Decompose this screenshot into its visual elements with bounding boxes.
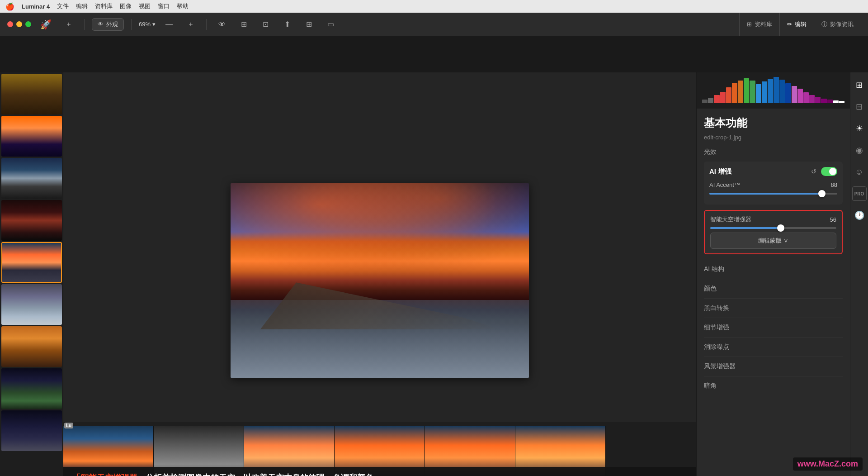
app-name: Luminar 4 — [22, 3, 50, 10]
compare-icon[interactable]: ⊞ — [236, 18, 252, 31]
eye-icon: 👁 — [98, 21, 104, 28]
canvas-area: edit-crop-1.jpg ○ ♡ ✕ ★ ★ ★ ★ ★ 🗑 「智能天空增… — [63, 72, 696, 476]
menu-window[interactable]: 窗口 — [158, 2, 170, 10]
edit-tab[interactable]: ✏ 编辑 — [779, 13, 814, 36]
ai-enhance-title: AI 增强 — [709, 167, 731, 176]
palette-icon[interactable]: ◉ — [852, 143, 867, 157]
zoom-out-button[interactable]: — — [161, 18, 177, 31]
watermark: www.MacZ.com — [793, 457, 863, 471]
hist-bar-1 — [708, 98, 713, 103]
watermark-prefix: www. — [797, 459, 818, 468]
zoom-value: 69% — [139, 21, 151, 28]
watermark-brand: MacZ — [818, 459, 839, 468]
sky-slider-row: 智能天空增强器 56 — [710, 215, 836, 224]
histogram-bars — [702, 76, 844, 103]
zoom-in-button[interactable]: + — [183, 18, 199, 31]
sky-label: 智能天空增强器 — [710, 215, 823, 224]
add-button[interactable]: + — [61, 18, 77, 31]
reset-icon[interactable]: ↺ — [811, 168, 816, 175]
clock-icon[interactable]: 🕐 — [852, 208, 867, 223]
crop-icon[interactable]: ⊡ — [257, 18, 274, 31]
filmstrip-item-5[interactable] — [1, 284, 62, 325]
filmstrip-item-7[interactable] — [1, 368, 62, 409]
photo-sky-overlay — [231, 183, 529, 290]
tooltip-banner: 「智能天空增强器」 分析并检测图像中的天空，以改善天空本身的纹理、色调和颜色 — [63, 467, 696, 476]
accent-label: AI Accent™ — [709, 181, 820, 188]
filmstrip-item-8[interactable] — [1, 410, 62, 451]
toolbar-divider-1 — [84, 19, 85, 30]
sky-slider-track[interactable] — [710, 227, 836, 229]
bw-section[interactable]: 黑白转换 — [704, 299, 843, 318]
filmstrip-item-6[interactable] — [1, 326, 62, 367]
maximize-button[interactable] — [25, 21, 31, 27]
main-photo[interactable] — [231, 183, 529, 378]
accent-slider-thumb[interactable] — [818, 190, 826, 197]
menu-library[interactable]: 资料库 — [95, 2, 113, 10]
accent-slider-track[interactable] — [709, 193, 837, 195]
detail-section[interactable]: 细节增强 — [704, 318, 843, 338]
zoom-controls: 69% ▾ — [139, 21, 156, 28]
menu-file[interactable]: 文件 — [57, 2, 69, 10]
hist-bar-19 — [815, 97, 821, 103]
denoise-section[interactable]: 消除噪点 — [704, 338, 843, 357]
ai-enhance-toggle[interactable] — [821, 167, 837, 176]
adjustments-icon[interactable]: ⊟ — [852, 100, 867, 114]
hist-bar-8 — [750, 81, 755, 103]
grid-icon[interactable]: ⊞ — [301, 18, 317, 31]
fullscreen-icon[interactable]: ▭ — [322, 18, 339, 31]
hist-bar-20 — [821, 99, 826, 103]
hist-bar-0 — [702, 100, 708, 103]
hist-bar-17 — [803, 92, 809, 103]
apple-menu[interactable]: 🍎 — [5, 2, 14, 11]
menu-help[interactable]: 帮助 — [177, 2, 189, 10]
info-icon: ⓘ — [821, 20, 827, 29]
add-icon: + — [66, 20, 71, 29]
menu-edit[interactable]: 编辑 — [76, 2, 88, 10]
sky-slider-thumb[interactable] — [777, 224, 784, 232]
landscape-section[interactable]: 风景增强器 — [704, 357, 843, 376]
hist-bar-22 — [833, 100, 839, 103]
hist-bar-3 — [720, 92, 726, 103]
library-tab[interactable]: ⊞ 资料库 — [739, 13, 779, 36]
filmstrip-item-1[interactable] — [1, 116, 62, 157]
accent-value: 88 — [824, 181, 837, 188]
hist-bar-15 — [792, 86, 797, 103]
filmstrip-item-2[interactable] — [1, 158, 62, 199]
menu-view[interactable]: 视图 — [139, 2, 151, 10]
watermark-suffix: .com — [839, 459, 858, 468]
panel-filename: edit-crop-1.jpg — [704, 134, 843, 141]
filmstrip-item-4[interactable] — [1, 242, 62, 283]
image-container — [63, 72, 696, 476]
share-icon[interactable]: ⬆ — [279, 18, 295, 31]
vignette-section[interactable]: 暗角 — [704, 376, 843, 395]
menu-image[interactable]: 图像 — [120, 2, 132, 10]
edit-label: 编辑 — [795, 20, 807, 29]
panel-title: 基本功能 — [704, 116, 843, 130]
light-section-header: 光效 — [704, 148, 843, 156]
pro-badge[interactable]: PRO — [852, 186, 867, 201]
ai-structure-section[interactable]: AI 结构 — [704, 260, 843, 279]
hist-bar-11 — [768, 79, 773, 103]
menubar: 🍎 Luminar 4 文件 编辑 资料库 图像 视图 窗口 帮助 — [0, 0, 868, 13]
library-icon: ⊞ — [747, 21, 752, 28]
traffic-lights — [7, 21, 31, 27]
visibility-icon[interactable]: 👁 — [214, 18, 230, 31]
view-button[interactable]: 👁 外观 — [92, 18, 124, 31]
layers-icon[interactable]: ⊞ — [852, 78, 867, 92]
close-button[interactable] — [7, 21, 13, 27]
main-layout: edit-crop-1.jpg ○ ♡ ✕ ★ ★ ★ ★ ★ 🗑 「智能天空增… — [0, 72, 868, 476]
right-sidebar: ⊞ ⊟ ☀ ◉ ☺ PRO 🕐 — [850, 72, 868, 476]
hist-bar-14 — [785, 83, 791, 103]
minimize-button[interactable] — [16, 21, 22, 27]
edit-pro-button[interactable]: 编辑蒙版 ∨ — [710, 233, 836, 249]
filmstrip-item-0[interactable] — [1, 74, 62, 114]
face-icon[interactable]: ☺ — [852, 165, 867, 179]
hist-bar-10 — [762, 81, 767, 103]
filmstrip-item-3[interactable] — [1, 200, 62, 241]
sun-icon[interactable]: ☀ — [852, 121, 867, 136]
color-section[interactable]: 颜色 — [704, 279, 843, 299]
accent-slider-row: AI Accent™ 88 — [709, 181, 837, 188]
hist-bar-2 — [714, 95, 719, 103]
info-tab[interactable]: ⓘ 影像资讯 — [814, 13, 861, 36]
histogram — [697, 72, 850, 109]
